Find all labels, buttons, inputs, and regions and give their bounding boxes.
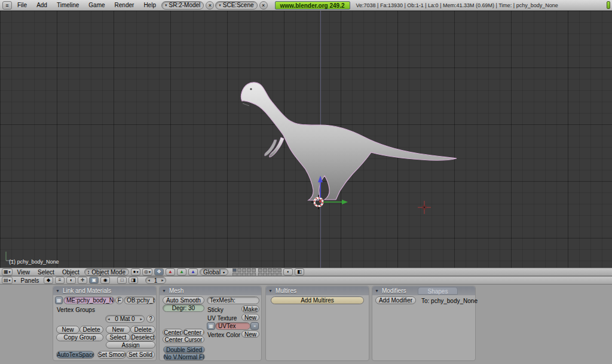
editor-type-selector[interactable]: ▤▾ [2,277,13,284]
layer-11[interactable] [232,273,237,276]
subcontext-icon-1[interactable]: □ [117,277,127,284]
deselect-button[interactable]: Deselect [130,334,155,341]
uvtex-name-field[interactable]: UVTex [215,322,250,330]
set-solid-button[interactable]: Set Solid [126,351,155,359]
translate-manipulator-icon[interactable]: ▲ [166,268,175,276]
auto-smooth-toggle[interactable]: Auto Smooth [163,296,204,304]
collapse-triangle-icon[interactable]: ▼ [375,289,379,293]
set-smooth-button[interactable]: Set Smooth [97,351,126,359]
add-modifier-button[interactable]: Add Modifier [375,296,416,304]
material-new-button[interactable]: New [106,326,130,334]
layer-7[interactable] [263,268,267,272]
dinosaur-model[interactable] [241,82,457,200]
copy-group-button[interactable]: Copy Group [56,334,103,341]
layer-20[interactable] [277,273,281,276]
collapse-triangle-icon[interactable]: ▼ [268,289,273,293]
transform-orientation-selector[interactable]: Global ▾ [200,268,228,276]
tab-shapes[interactable]: Shapes [418,287,458,295]
layer-12[interactable] [237,273,241,276]
center-cursor-button[interactable]: Center Cursor [163,336,204,343]
center-new-button[interactable]: Center New [183,329,204,336]
object-context-icon[interactable]: ✛ [78,277,87,284]
window-resize-grip[interactable] [607,1,610,9]
panel-header[interactable]: ▼ Modifiers Shapes [372,286,475,295]
manipulator-toggle[interactable]: ✥ [154,268,164,276]
autotexspace-toggle[interactable]: AutoTexSpace [56,351,94,359]
material-delete-button[interactable]: Delete [130,326,155,334]
object-name-field[interactable]: OB:pchy_body_None [124,296,155,304]
viewport-menu-view[interactable]: View [14,269,33,276]
viewport-menu-select[interactable]: Select [35,269,57,276]
logic-context-icon[interactable]: ◆ [44,277,53,284]
layer-14[interactable] [247,273,251,276]
shading-context-icon[interactable]: ◐ [66,277,76,284]
menu-file[interactable]: File [13,1,31,10]
menu-add[interactable]: Add [32,1,51,10]
layer-4[interactable] [247,268,251,272]
menu-timeline[interactable]: Timeline [53,1,83,10]
layer-8[interactable] [268,268,272,272]
layer-16[interactable] [258,273,262,276]
frame-number-stepper[interactable]: ◂ 1 ▸ [145,277,166,284]
pivot-point-selector[interactable]: ◎▾ [142,268,152,276]
layer-18[interactable] [268,273,272,276]
layer-9[interactable] [273,268,277,272]
collapse-triangle-icon[interactable]: ▼ [162,289,166,293]
degr-slider[interactable]: Degr: 30 [163,304,204,312]
viewport-menu-object[interactable]: Object [59,269,82,276]
material-index-stepper[interactable]: ◂ 0 Mat 0 ▸ [105,315,145,323]
panel-header[interactable]: ▼ Link and Materials [53,286,156,295]
texmesh-field[interactable]: TexMesh: [207,296,259,304]
no-vnormal-flip-toggle[interactable]: No V.Normal Flip [163,353,205,360]
layer-2[interactable] [237,268,241,272]
material-help-button[interactable]: ? [146,315,155,323]
scene-context-icon[interactable]: ◉ [100,277,110,284]
layer-5[interactable] [252,268,256,272]
subcontext-icon-2[interactable]: ◨ [128,277,138,284]
panel-header[interactable]: ▼ Mesh [160,286,261,295]
tab-modifiers[interactable]: Modifiers [382,287,406,294]
fake-user-button[interactable]: F [115,296,123,304]
mesh-datablock-icon[interactable]: ▦ [55,296,63,304]
collapse-triangle-icon[interactable]: ▼ [56,289,60,293]
uvtex-delete-icon[interactable]: × [250,322,259,330]
mesh-name-field[interactable]: ME:pchy_body_None [63,296,115,304]
menu-game[interactable]: Game [84,1,109,10]
increment-icon[interactable]: ▸ [138,317,144,322]
screen-delete-button[interactable]: × [206,1,214,10]
scene-delete-button[interactable]: × [259,1,268,10]
3d-viewport[interactable]: (1) pchy_body_None [0,11,612,268]
layer-17[interactable] [263,273,267,276]
layer-15[interactable] [252,273,256,276]
layer-6[interactable] [258,268,262,272]
screen-selector[interactable]: ▾ SR:2-Model [161,1,204,10]
panels-menu[interactable]: Panels [18,277,42,284]
editor-type-selector[interactable]: ▦▾ [2,268,13,276]
script-context-icon[interactable]: ≡ [55,277,65,284]
menu-render[interactable]: Render [111,1,139,10]
layer-13[interactable] [242,273,246,276]
layer-1[interactable] [232,268,237,272]
editing-context-icon[interactable]: ▣ [89,277,99,284]
vertex-color-new-button[interactable]: New [241,331,259,338]
menu-help[interactable]: Help [139,1,160,10]
lock-icon[interactable]: ▪ [283,268,293,276]
mode-selector[interactable]: ▴▾ Object Mode [84,268,129,276]
increment-icon[interactable]: ▸ [160,278,166,283]
select-button[interactable]: Select [106,334,130,341]
scene-selector[interactable]: ▾ SCE:Scene [215,1,257,10]
layer-10[interactable] [277,268,281,272]
vgroup-new-button[interactable]: New [56,326,79,334]
uv-texture-new-button[interactable]: New [241,314,259,321]
window-type-icon[interactable]: ≡ [2,1,12,10]
panel-header[interactable]: ▼ Multires [266,286,369,295]
add-multires-button[interactable]: Add Multires [271,296,364,304]
sticky-make-button[interactable]: Make [241,305,259,313]
center-button[interactable]: Center [163,329,183,336]
double-sided-toggle[interactable]: Double Sided [163,346,205,353]
layer-3[interactable] [242,268,246,272]
layer-19[interactable] [273,273,277,276]
decrement-icon[interactable]: ◂ [106,317,112,322]
uvtex-image-icon[interactable]: ▦ [207,322,215,330]
draw-type-selector[interactable]: ●▾ [131,268,140,276]
